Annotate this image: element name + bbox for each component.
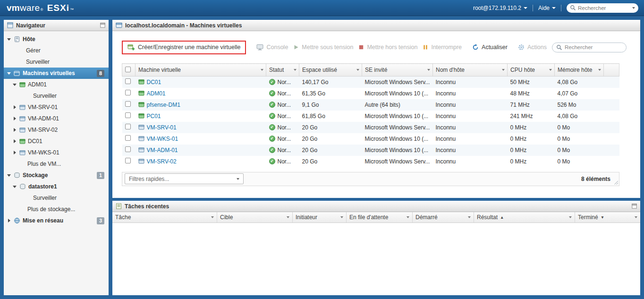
sidebar-item-machines-virtuelles[interactable]: Machines virtuelles 8	[4, 68, 109, 79]
quick-filters-dropdown[interactable]: Filtres rapides...	[125, 173, 244, 184]
vm-name-link[interactable]: DC01	[147, 79, 161, 85]
vm-name-link[interactable]: PC01	[147, 113, 161, 120]
column-menu-chevron-icon[interactable]	[407, 216, 409, 218]
row-checkbox[interactable]	[125, 112, 131, 118]
column-header-nom-hote[interactable]: Nom d'hôte	[433, 64, 508, 77]
vm-table-row-dc01[interactable]: DC01 Nor... 140,17 Go Microsoft Windows …	[122, 77, 619, 88]
column-menu-chevron-icon[interactable]	[356, 69, 359, 71]
expanded-arrow-icon[interactable]	[7, 72, 11, 75]
sidebar-item-mise-en-reseau[interactable]: Mise en réseau 3	[4, 215, 109, 226]
popout-icon[interactable]	[632, 204, 637, 209]
select-all-checkbox[interactable]	[125, 67, 131, 72]
row-checkbox[interactable]	[125, 146, 131, 152]
sidebar-item-vm-srv-02[interactable]: VM-SRV-02	[4, 124, 109, 136]
search-scope-chevron-icon[interactable]	[632, 7, 635, 9]
actions-button[interactable]: Actions	[518, 44, 547, 51]
column-menu-chevron-icon[interactable]	[635, 216, 637, 218]
vm-table-row-adm01[interactable]: ADM01 Nor... 61,35 Go Microsoft Windows …	[122, 88, 619, 99]
collapsed-arrow-icon[interactable]	[12, 117, 17, 120]
collapsed-arrow-icon[interactable]	[12, 128, 17, 132]
column-menu-chevron-icon[interactable]	[261, 69, 263, 71]
column-menu-chevron-icon[interactable]	[549, 69, 552, 71]
collapsed-arrow-icon[interactable]	[12, 151, 17, 154]
vm-list-search-input[interactable]	[565, 44, 622, 50]
column-header-cpu-hote[interactable]: CPU hôte	[508, 64, 555, 77]
column-menu-chevron-icon[interactable]	[598, 69, 601, 71]
vm-table-row-vm-srv-01[interactable]: VM-SRV-01 Nor... 20 Go Microsoft Windows…	[122, 122, 619, 133]
column-header-memoire-hote[interactable]: Mémoire hôte	[555, 64, 604, 77]
collapsed-arrow-icon[interactable]	[12, 139, 17, 143]
column-header-machine-virtuelle[interactable]: Machine virtuelle	[136, 64, 266, 77]
create-vm-button[interactable]: Créer/Enregistrer une machine virtuelle	[127, 44, 240, 51]
row-checkbox[interactable]	[125, 90, 131, 95]
sidebar-item-stockage[interactable]: Stockage 1	[4, 170, 109, 181]
power-on-button[interactable]: Mettre sous tension	[293, 44, 353, 51]
popout-icon[interactable]	[100, 23, 105, 28]
column-header-statut[interactable]: Statut	[266, 64, 299, 77]
select-all-header[interactable]	[122, 64, 136, 77]
vm-table-row-vm-wks-01[interactable]: VM-WKS-01 Nor... 20 Go Microsoft Windows…	[122, 133, 619, 145]
vm-table-row-vm-adm-01[interactable]: VM-ADM-01 Nor... 20 Go Microsoft Windows…	[122, 145, 619, 156]
vm-table-row-vm-srv-02[interactable]: VM-SRV-02 Nor... 20 Go Microsoft Windows…	[122, 156, 619, 167]
row-checkbox[interactable]	[125, 124, 131, 129]
sidebar-item-gerer[interactable]: Gérer	[4, 45, 109, 56]
global-search[interactable]	[567, 3, 638, 13]
sidebar-item-vm-adm-01[interactable]: VM-ADM-01	[4, 113, 109, 124]
tasks-column-termine[interactable]: Terminé▼	[575, 212, 640, 222]
vm-name-link[interactable]: ADM01	[147, 90, 166, 97]
row-checkbox[interactable]	[125, 78, 131, 84]
column-menu-chevron-icon[interactable]	[211, 216, 214, 218]
power-off-button[interactable]: Mettre hors tension	[358, 44, 417, 51]
vm-name-link[interactable]: pfsense-DM1	[147, 102, 180, 108]
sidebar-item-dc01[interactable]: DC01	[4, 136, 109, 147]
vm-list-search[interactable]	[552, 43, 627, 52]
column-menu-chevron-icon[interactable]	[427, 69, 430, 71]
column-menu-chevron-icon[interactable]	[287, 216, 289, 218]
row-checkbox[interactable]	[125, 101, 131, 107]
sidebar-item-surveiller-adm01[interactable]: Surveiller	[4, 90, 109, 102]
sidebar-item-hote[interactable]: Hôte	[4, 34, 109, 45]
vm-name-link[interactable]: VM-SRV-02	[147, 158, 177, 165]
tasks-column-resultat[interactable]: Résultat▲	[474, 212, 575, 222]
column-menu-chevron-icon[interactable]	[294, 69, 297, 71]
expanded-arrow-icon[interactable]	[12, 186, 17, 188]
column-menu-chevron-icon[interactable]	[569, 216, 572, 218]
column-menu-chevron-icon[interactable]	[340, 216, 343, 218]
tasks-column-demarre[interactable]: Démarré	[413, 212, 474, 222]
sidebar-item-surveiller-datastore1[interactable]: Surveiller	[4, 192, 109, 204]
vm-name-link[interactable]: VM-WKS-01	[147, 136, 178, 142]
sidebar-item-adm01[interactable]: ADM01	[4, 79, 109, 90]
column-menu-chevron-icon[interactable]	[502, 69, 505, 71]
collapsed-arrow-icon[interactable]	[12, 105, 17, 109]
expanded-arrow-icon[interactable]	[7, 174, 11, 177]
tasks-column-tache[interactable]: Tâche	[112, 212, 217, 222]
expanded-arrow-icon[interactable]	[7, 38, 11, 41]
sidebar-item-plus-de-vm[interactable]: Plus de VM...	[4, 158, 109, 170]
column-header-se-invite[interactable]: SE invité	[362, 64, 433, 77]
vm-name-link[interactable]: VM-ADM-01	[147, 147, 178, 154]
column-header-espace-utilise[interactable]: Espace utilisé	[299, 64, 362, 77]
expanded-arrow-icon[interactable]	[12, 84, 17, 86]
vm-name-link[interactable]: VM-SRV-01	[147, 124, 177, 131]
suspend-button[interactable]: Interrompre	[423, 44, 462, 51]
refresh-button[interactable]: Actualiser	[472, 44, 508, 51]
help-menu[interactable]: Aide	[538, 5, 556, 11]
global-search-input[interactable]	[578, 5, 630, 11]
tasks-column-en-file-attente[interactable]: En file d'attente	[347, 212, 413, 222]
sidebar-item-datastore1[interactable]: datastore1	[4, 181, 109, 192]
row-checkbox[interactable]	[125, 135, 131, 141]
sidebar-item-vm-srv-01[interactable]: VM-SRV-01	[4, 102, 109, 113]
tasks-column-initiateur[interactable]: Initiateur	[293, 212, 347, 222]
vm-table-row-pc01[interactable]: PC01 Nor... 61,85 Go Microsoft Windows 1…	[122, 111, 619, 122]
sidebar-item-plus-de-stockage[interactable]: Plus de stockage...	[4, 204, 109, 215]
vm-table-row-pfsense-dm1[interactable]: pfsense-DM1 Nor... 9,1 Go Autre (64 bits…	[122, 99, 619, 111]
vm-table-header-row: Machine virtuelle Statut Espace utilisé …	[122, 64, 619, 77]
column-menu-chevron-icon[interactable]	[468, 216, 471, 218]
user-menu[interactable]: root@172.19.110.2	[473, 5, 527, 11]
row-checkbox[interactable]	[125, 158, 131, 163]
collapsed-arrow-icon[interactable]	[7, 219, 11, 222]
console-button[interactable]: Console	[256, 44, 288, 51]
tasks-column-cible[interactable]: Cible	[217, 212, 293, 222]
sidebar-item-surveiller-hote[interactable]: Surveiller	[4, 56, 109, 68]
sidebar-item-vm-wks-01[interactable]: VM-WKS-01	[4, 147, 109, 158]
